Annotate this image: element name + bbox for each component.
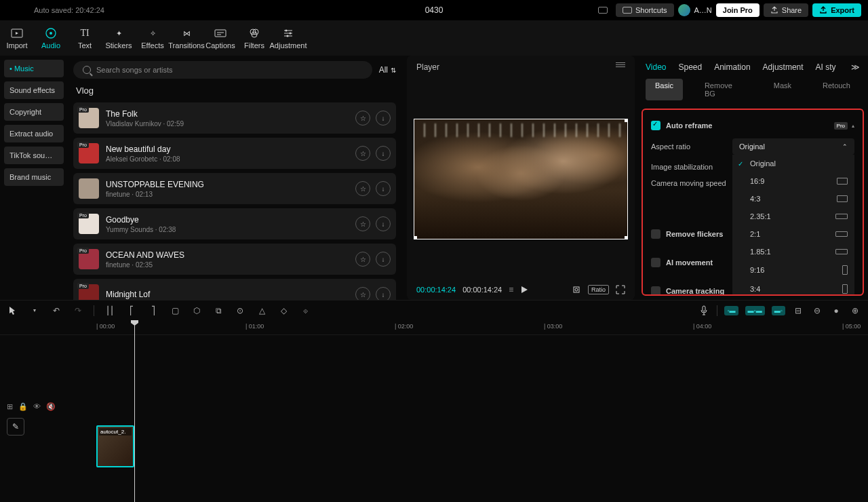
magnet-left-icon[interactable]: ◦▬ (724, 306, 738, 315)
category-extract-audio[interactable]: Extract audio (4, 125, 64, 142)
player-menu-icon[interactable] (616, 62, 625, 72)
track-add-icon[interactable]: ⊞ (7, 402, 13, 411)
favorite-button[interactable]: ☆ (355, 216, 370, 231)
track-row[interactable]: ProMidnight Lof☆↓ (73, 279, 396, 300)
download-button[interactable]: ↓ (376, 287, 391, 300)
undo-button[interactable]: ↶ (50, 305, 62, 317)
track-mute-icon[interactable]: 🔇 (46, 402, 56, 411)
tab-ai-style[interactable]: AI sty (816, 62, 836, 72)
category-music[interactable]: Music (4, 60, 64, 77)
shield-button[interactable]: ⬡ (191, 305, 203, 317)
screen-icon[interactable] (598, 7, 608, 14)
download-button[interactable]: ↓ (376, 111, 391, 125)
ratio-option-2-1[interactable]: 2:1 (732, 225, 854, 243)
join-pro-button[interactable]: Join Pro (716, 3, 760, 17)
tab-animation[interactable]: Animation (714, 62, 750, 72)
category-tiktok-sounds[interactable]: TikTok sou… (4, 147, 64, 164)
ratio-option-16-9[interactable]: 16:9 (732, 172, 854, 190)
category-sound-effects[interactable]: Sound effects (4, 81, 64, 99)
camera-tracking-checkbox[interactable] (651, 286, 660, 296)
filter-all-button[interactable]: All ⇅ (379, 65, 396, 75)
speed-button[interactable]: ⊙ (234, 305, 246, 317)
magnet-center-icon[interactable]: ▬◦▬ (745, 306, 765, 315)
track-row[interactable]: ProGoodbyeYummy Sounds · 02:38☆↓ (73, 208, 396, 239)
ratio-option-185-1[interactable]: 1.85:1 (732, 243, 854, 260)
track-row[interactable]: UNSTOPPABLE EVENINGfinetune · 02:13☆↓ (73, 173, 396, 204)
video-preview[interactable] (414, 119, 628, 239)
ratio-option-3-4[interactable]: 3:4 (732, 279, 854, 296)
track-lock-icon[interactable]: 🔒 (18, 402, 28, 411)
aspect-ratio-select[interactable]: Original ⌃ Original 16:9 4:3 2.35:1 2:1 … (732, 138, 854, 155)
align-button[interactable]: ⊟ (792, 305, 804, 317)
audio-tool[interactable]: Audio (34, 26, 68, 50)
favorite-button[interactable]: ☆ (355, 111, 370, 125)
search-input[interactable]: Search songs or artists (73, 61, 372, 79)
auto-reframe-checkbox[interactable] (651, 121, 660, 130)
category-brand-music[interactable]: Brand music (4, 168, 64, 186)
share-button[interactable]: Share (764, 3, 808, 17)
download-button[interactable]: ↓ (376, 146, 391, 161)
timeline-clip[interactable]: autocut_2. (96, 425, 134, 467)
favorite-button[interactable]: ☆ (355, 287, 370, 300)
pointer-dropdown[interactable]: ▾ (28, 305, 41, 317)
ratio-button[interactable]: Ratio (588, 285, 609, 294)
filters-tool[interactable]: Filters (237, 26, 271, 50)
crop-icon[interactable] (572, 285, 581, 294)
mic-button[interactable] (698, 305, 710, 317)
split-button[interactable]: ⎮⎮ (104, 305, 116, 317)
track-row[interactable]: ProThe FolkVladislav Kurnikov · 02:59☆↓ (73, 102, 396, 134)
delete-button[interactable]: ▢ (169, 305, 181, 317)
favorite-button[interactable]: ☆ (355, 146, 370, 161)
captions-tool[interactable]: Captions (203, 26, 237, 50)
adjustment-tool[interactable]: Adjustment (271, 26, 305, 50)
play-button[interactable] (520, 286, 528, 294)
ratio-option-235-1[interactable]: 2.35:1 (732, 208, 854, 225)
category-copyright[interactable]: Copyright (4, 103, 64, 121)
stickers-tool[interactable]: ✦ Stickers (102, 26, 136, 50)
effects-tool[interactable]: ✧ Effects (136, 26, 170, 50)
fullscreen-icon[interactable] (616, 285, 625, 294)
mirror-button[interactable]: △ (256, 305, 268, 317)
ratio-option-4-3[interactable]: 4:3 (732, 190, 854, 208)
crop-button[interactable]: ⟐ (299, 305, 311, 317)
tab-video[interactable]: Video (646, 62, 666, 72)
download-button[interactable]: ↓ (376, 252, 391, 267)
subtab-basic[interactable]: Basic (646, 79, 683, 100)
track-visibility-icon[interactable]: 👁 (33, 402, 41, 411)
text-tool[interactable]: TI Text (68, 26, 102, 50)
zoom-out-button[interactable]: ⊖ (811, 305, 823, 317)
track-edit-button[interactable]: ✎ (7, 418, 24, 436)
favorite-button[interactable]: ☆ (355, 252, 370, 267)
list-view-icon[interactable]: ≡ (509, 285, 513, 294)
magnet-right-icon[interactable]: ▬◦ (772, 306, 785, 315)
ai-movement-checkbox[interactable] (651, 258, 660, 267)
shortcuts-button[interactable]: Shortcuts (616, 3, 673, 17)
zoom-slider[interactable]: ● (830, 305, 842, 317)
subtab-remove-bg[interactable]: Remove BG (695, 79, 752, 100)
ratio-option-original[interactable]: Original (732, 155, 854, 172)
trim-left-button[interactable]: ⎡ (125, 305, 138, 317)
account-label[interactable]: A…N (694, 6, 712, 14)
tab-speed[interactable]: Speed (678, 62, 702, 72)
timeline-ruler[interactable]: | 00:00 | 01:00 | 02:00 | 03:00 | 04:00 … (0, 320, 868, 335)
remove-flickers-checkbox[interactable] (651, 229, 660, 239)
track-row[interactable]: ProOCEAN AND WAVESfinetune · 02:35☆↓ (73, 244, 396, 275)
download-button[interactable]: ↓ (376, 216, 391, 231)
transitions-tool[interactable]: ⋈ Transitions (170, 26, 203, 50)
subtab-mask[interactable]: Mask (764, 79, 801, 100)
export-button[interactable]: Export (812, 3, 861, 17)
download-button[interactable]: ↓ (376, 181, 391, 196)
favorite-button[interactable]: ☆ (355, 181, 370, 196)
globe-icon[interactable] (678, 4, 690, 16)
subtab-retouch[interactable]: Retouch (813, 79, 860, 100)
tab-adjustment[interactable]: Adjustment (763, 62, 804, 72)
duplicate-button[interactable]: ⧉ (212, 305, 224, 317)
trim-right-button[interactable]: ⎤ (147, 305, 159, 317)
tabs-more-icon[interactable]: ≫ (851, 62, 860, 72)
ratio-option-9-16[interactable]: 9:16 (732, 260, 854, 279)
pointer-tool[interactable] (7, 305, 19, 317)
collapse-icon[interactable]: ▴ (852, 123, 854, 129)
rotate-button[interactable]: ◇ (277, 305, 290, 317)
redo-button[interactable]: ↷ (72, 305, 84, 317)
track-row[interactable]: ProNew beautiful dayAleksei Gorobetc · 0… (73, 138, 396, 169)
